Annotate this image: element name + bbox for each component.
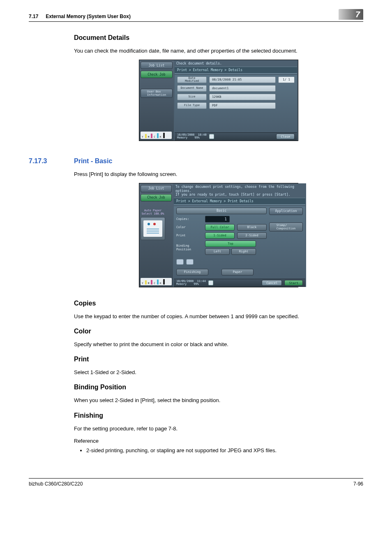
- application-tab[interactable]: Application: [269, 208, 303, 215]
- color-heading: Color: [74, 328, 363, 335]
- check-job-tab[interactable]: Check Job: [141, 71, 173, 78]
- screen-prompt: Check document details.: [175, 61, 297, 67]
- full-color-option[interactable]: Full Color: [205, 224, 235, 231]
- file-type-value: PDF: [209, 102, 276, 109]
- subsection-title: Print - Basic: [74, 157, 112, 165]
- finishing-icon: [176, 259, 184, 265]
- binding-left-option[interactable]: Left: [205, 248, 230, 255]
- breadcrumb: Print > External Memory > Print Details: [174, 198, 305, 204]
- date-modified-label: Date Modified: [177, 76, 207, 83]
- print-body: Select 1-Sided or 2-Sided.: [74, 369, 363, 376]
- document-name-value: document1: [209, 85, 276, 92]
- screenshot-print-basic: Job List Check Job Auto Paper Select 100…: [139, 183, 298, 287]
- print-heading: Print: [74, 356, 363, 363]
- document-name-label: Document Name: [177, 85, 207, 92]
- one-sided-option[interactable]: 1-Sided: [205, 232, 235, 239]
- copies-body: Use the keypad to enter the number of co…: [74, 313, 363, 320]
- black-option[interactable]: Black: [237, 224, 267, 231]
- chapter-tab: 7: [339, 9, 363, 20]
- binding-position-heading: Binding Position: [74, 384, 363, 391]
- preview-thumbnail: [141, 217, 165, 240]
- copies-heading: Copies: [74, 300, 363, 307]
- file-type-label: File Type: [177, 102, 207, 109]
- copies-field[interactable]: 1: [205, 216, 230, 222]
- reference-list: 2-sided printing, punching, or stapling …: [86, 447, 363, 453]
- binding-right-option[interactable]: Right: [231, 248, 256, 255]
- breadcrumb: Print > External Memory > Details: [175, 67, 297, 73]
- toner-level-ymck: Y M C K: [141, 132, 172, 139]
- footer-model: bizhub C360/C280/C220: [29, 481, 83, 487]
- reference-bullet: 2-sided printing, punching, or stapling …: [86, 447, 363, 453]
- color-body: Specify whether to print the document in…: [74, 341, 363, 348]
- paper-icon: [186, 259, 194, 265]
- check-job-tab[interactable]: Check Job: [141, 194, 172, 201]
- close-button[interactable]: Close: [276, 134, 295, 139]
- reference-label: Reference: [74, 437, 363, 445]
- job-list-tab[interactable]: Job List: [141, 62, 173, 69]
- two-sided-option[interactable]: 2-Sided: [237, 232, 267, 239]
- toner-level-ymck: Y M C K: [141, 278, 172, 285]
- screen-prompt: To change document print settings, choos…: [174, 184, 305, 198]
- binding-position-body: When you select 2-Sided in [Print], sele…: [74, 397, 363, 404]
- info-icon: [208, 280, 213, 285]
- color-label: Color: [176, 225, 203, 229]
- cancel-button[interactable]: Cancel: [262, 280, 282, 286]
- finishing-button[interactable]: Finishing: [176, 269, 208, 275]
- header-rule: [29, 21, 363, 22]
- document-details-body: You can check the modification date, fil…: [74, 47, 363, 55]
- footer-page: 7-96: [353, 481, 363, 487]
- document-details-heading: Document Details: [74, 34, 363, 42]
- date-modified-value: 08/28/2008 21:05: [209, 76, 276, 83]
- job-list-tab[interactable]: Job List: [141, 185, 172, 192]
- finishing-heading: Finishing: [74, 412, 363, 419]
- size-label: Size: [177, 94, 207, 100]
- binding-top-option[interactable]: Top: [205, 240, 256, 247]
- print-label: Print: [176, 234, 203, 237]
- print-basic-body: Press [Print] to display the following s…: [74, 171, 363, 178]
- paper-button[interactable]: Paper: [221, 269, 254, 275]
- finishing-body: For the setting procedure, refer to page…: [74, 425, 363, 432]
- copies-label: Copies:: [176, 217, 203, 221]
- section-number: 7.17: [29, 14, 38, 19]
- info-icon: [209, 134, 214, 139]
- basic-tab[interactable]: Basic: [176, 208, 267, 214]
- page-counter: 1/ 1: [278, 76, 295, 83]
- binding-position-label: Binding Position: [176, 244, 203, 251]
- auto-paper-badge: Auto Paper Select 100.0%: [141, 209, 165, 215]
- subsection-number: 7.17.3: [29, 157, 74, 165]
- stamp-composition-button[interactable]: Stamp/ Composition: [269, 222, 303, 231]
- screenshot-document-details: Job List Check Job User Box Information …: [139, 60, 298, 141]
- size-value: 129KB: [209, 94, 276, 100]
- running-head: 7.17 External Memory (System User Box): [29, 12, 363, 20]
- user-box-info-tab[interactable]: User Box Information: [141, 89, 173, 98]
- section-title: External Memory (System User Box): [46, 14, 131, 19]
- start-button[interactable]: Start: [284, 280, 303, 286]
